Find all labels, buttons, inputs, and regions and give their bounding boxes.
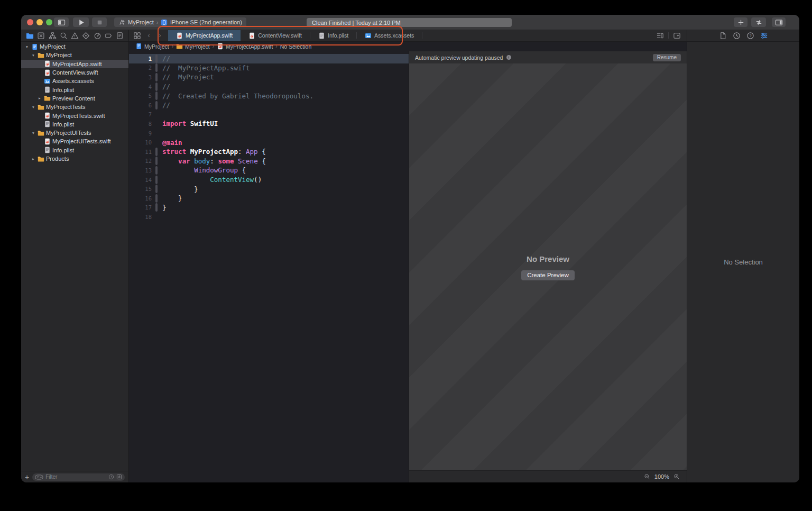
file-tree-row-MyProjectApp.swift[interactable]: MyProjectApp.swift	[21, 60, 128, 68]
code-line-4[interactable]: 4 //	[128, 82, 409, 92]
file-tree-row-Info.plist[interactable]: Info.plist	[21, 146, 128, 154]
code-line-5[interactable]: 5 // Created by Gabriel Theodoropoulos.	[128, 91, 409, 101]
minimize-window-button[interactable]	[36, 19, 43, 25]
file-tree-row-Info.plist[interactable]: Info.plist	[21, 85, 128, 94]
code-line-3[interactable]: 3 // MyProject	[128, 72, 409, 82]
zoom-in-icon[interactable]	[673, 473, 680, 480]
file-tree-row-MyProjectUITests.swift[interactable]: MyProjectUITests.swift	[21, 137, 128, 145]
code-review-button[interactable]	[751, 17, 766, 27]
code-line-16[interactable]: 16 }	[128, 194, 409, 203]
file-tree-row-ContentView.swift[interactable]: ContentView.swift	[21, 68, 128, 77]
info-icon[interactable]	[506, 54, 512, 60]
source-control-navigator-tab[interactable]	[37, 32, 45, 40]
disclosure-triangle-icon[interactable]: ▸	[31, 157, 36, 161]
fold-ribbon	[155, 63, 158, 72]
run-button[interactable]	[73, 17, 89, 27]
add-editor-icon[interactable]	[673, 32, 681, 40]
back-chevron-icon[interactable]: ‹	[145, 32, 152, 39]
forward-chevron-icon[interactable]: ›	[156, 32, 163, 39]
disclosure-triangle-icon[interactable]: ▸	[37, 96, 42, 101]
create-preview-button[interactable]: Create Preview	[521, 270, 575, 280]
file-tree-row-MyProject[interactable]: ▾ MyProject	[21, 51, 128, 59]
file-tree-row-MyProjectTests.swift[interactable]: MyProjectTests.swift	[21, 111, 128, 120]
code-line-2[interactable]: 2 // MyProjectApp.swift	[128, 63, 409, 73]
breadcrumb-item[interactable]: No Selection	[280, 43, 312, 50]
file-inspector-tab[interactable]	[719, 32, 727, 40]
code-line-7[interactable]: 7	[128, 110, 409, 120]
navigator-filter-bar: + Filter	[21, 471, 128, 482]
disclosure-triangle-icon[interactable]: ▾	[31, 53, 36, 58]
breadcrumb-item[interactable]: MyProject	[176, 43, 210, 50]
help-inspector-tab[interactable]: ?	[746, 32, 754, 40]
add-file-button[interactable]: +	[25, 474, 29, 480]
code-line-9[interactable]: 9	[128, 129, 409, 138]
code-line-8[interactable]: 8 import SwiftUI	[128, 119, 409, 129]
code-line-11[interactable]: 11 struct MyProjectApp: App {	[128, 147, 409, 157]
file-tree-row-Preview Content[interactable]: ▸ Preview Content	[21, 94, 128, 103]
file-tree-row-Assets.xcassets[interactable]: Assets.xcassets	[21, 77, 128, 85]
fold-ribbon	[155, 92, 158, 100]
editor-options-icon[interactable]	[656, 32, 664, 40]
stop-button[interactable]	[92, 17, 107, 27]
code-line-12[interactable]: 12 var body: some Scene {	[128, 157, 409, 166]
code-line-15[interactable]: 15 }	[128, 184, 409, 194]
code-line-13[interactable]: 13 WindowGroup {	[128, 166, 409, 175]
symbol-navigator-tab[interactable]	[49, 32, 57, 40]
code-line-1[interactable]: 1 //	[128, 54, 409, 63]
history-inspector-tab[interactable]	[733, 32, 741, 40]
editor-tab-ContentView.swift[interactable]: ContentView.swift	[241, 30, 310, 41]
file-tree-row-Info.plist[interactable]: Info.plist	[21, 120, 128, 129]
file-tree-label: ContentView.swift	[52, 69, 98, 76]
editor-tab-MyProjectApp.swift[interactable]: MyProjectApp.swift	[168, 30, 241, 41]
code-line-18[interactable]: 18	[128, 212, 409, 222]
zoom-window-button[interactable]	[46, 19, 52, 25]
disclosure-triangle-icon[interactable]: ▾	[24, 44, 30, 49]
report-navigator-tab[interactable]	[116, 32, 124, 40]
debug-navigator-tab[interactable]	[94, 32, 102, 40]
issue-navigator-tab[interactable]	[71, 32, 79, 40]
folder-icon	[38, 130, 44, 136]
breakpoint-navigator-tab[interactable]	[105, 32, 113, 40]
zoom-out-icon[interactable]	[644, 473, 650, 480]
toggle-navigator-button[interactable]	[54, 17, 69, 27]
resume-button[interactable]: Resume	[653, 54, 681, 61]
code-text: // MyProjectApp.swift	[162, 64, 250, 72]
fold-ribbon	[155, 138, 158, 147]
source-control-status-icon[interactable]	[116, 474, 122, 480]
scheme-app-icon	[118, 19, 125, 26]
test-navigator-tab[interactable]	[82, 32, 90, 40]
file-tree-row-MyProjectUITests[interactable]: ▾ MyProjectUITests	[21, 129, 128, 137]
source-editor[interactable]: 1 // 2 // MyProjectApp.swift 3 // MyProj…	[128, 51, 409, 482]
disclosure-triangle-icon[interactable]: ▾	[31, 131, 36, 135]
toggle-inspector-button[interactable]	[772, 17, 786, 27]
file-tree-label: Info.plist	[52, 87, 74, 93]
code-line-17[interactable]: 17 }	[128, 203, 409, 213]
file-tree-row-MyProjectTests[interactable]: ▾ MyProjectTests	[21, 103, 128, 111]
fold-ribbon	[155, 73, 158, 81]
close-window-button[interactable]	[27, 19, 33, 25]
file-tree-row-Products[interactable]: ▸ Products	[21, 154, 128, 163]
file-tree-row-MyProject[interactable]: ▾ MyProject	[21, 42, 128, 51]
library-add-button[interactable]	[734, 17, 748, 27]
code-text: WindowGroup {	[162, 166, 246, 174]
find-navigator-tab[interactable]	[60, 32, 68, 40]
code-line-10[interactable]: 10 @main	[128, 138, 409, 147]
divider[interactable]	[687, 30, 687, 482]
sidebar-toggle-icon	[58, 19, 66, 26]
editor-tab-Assets.xcassets[interactable]: Assets.xcassets	[357, 30, 422, 41]
tab-overview-icon[interactable]	[133, 32, 141, 40]
breadcrumb-item[interactable]: MyProject	[135, 43, 169, 50]
editor-tab-Info.plist[interactable]: Info.plist	[310, 30, 356, 41]
recent-files-icon[interactable]	[108, 474, 114, 480]
scheme-selector[interactable]: MyProject › iPhone SE (2nd generation)	[114, 17, 246, 27]
code-line-14[interactable]: 14 ContentView()	[128, 175, 409, 185]
code-line-6[interactable]: 6 //	[128, 101, 409, 110]
divider[interactable]	[128, 30, 129, 482]
attributes-inspector-tab[interactable]	[760, 32, 768, 40]
filter-field[interactable]: Filter	[32, 473, 125, 481]
preview-banner: Automatic preview updating paused Resume	[409, 51, 687, 63]
disclosure-triangle-icon[interactable]: ▾	[31, 105, 36, 110]
breadcrumb-item[interactable]: MyProjectApp.swift	[217, 43, 273, 50]
project-navigator-tab[interactable]	[26, 32, 34, 40]
folder-icon	[38, 52, 44, 59]
